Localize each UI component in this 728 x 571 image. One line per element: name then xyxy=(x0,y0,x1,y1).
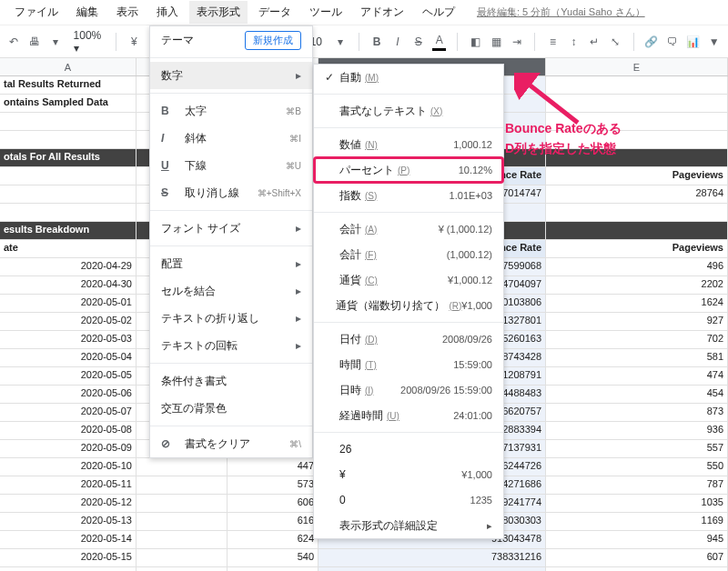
col-header-e[interactable]: E xyxy=(546,58,728,75)
print-icon[interactable]: 🖶 xyxy=(28,33,42,51)
menu-edit[interactable]: 編集 xyxy=(69,1,106,24)
strike-icon[interactable]: S xyxy=(411,33,425,51)
cell[interactable]: 787 xyxy=(546,476,728,494)
cell[interactable] xyxy=(136,549,228,566)
cell[interactable]: 2020-04-29 xyxy=(0,258,136,275)
menu-strike[interactable]: S取り消し線⌘+Shift+X xyxy=(150,179,312,206)
cell[interactable] xyxy=(546,204,728,221)
menu-font-size[interactable]: フォント サイズ▸ xyxy=(150,215,312,242)
cell[interactable]: 2020-05-11 xyxy=(0,476,136,494)
number-format-item[interactable]: 会計(A)¥ (1,000.12) xyxy=(314,216,503,242)
menu-insert[interactable]: 挿入 xyxy=(149,1,186,24)
menu-italic[interactable]: I斜体⌘I xyxy=(150,125,312,152)
cell[interactable] xyxy=(136,476,228,494)
menu-help[interactable]: ヘルプ xyxy=(415,1,462,24)
menu-align[interactable]: 配置▸ xyxy=(150,250,312,277)
menu-number[interactable]: 数字▸ xyxy=(150,62,312,89)
menu-wrap[interactable]: テキストの折り返し▸ xyxy=(150,305,312,332)
menu-theme[interactable]: テーマ 新規作成 xyxy=(150,26,312,54)
cell[interactable] xyxy=(546,76,728,94)
cell[interactable]: Pageviews xyxy=(546,167,728,185)
number-format-item[interactable]: ¥¥1,000 xyxy=(314,462,503,487)
paint-format-icon[interactable]: ▾ xyxy=(49,33,63,51)
number-format-item[interactable]: 指数(S)1.01E+03 xyxy=(314,183,503,208)
cell[interactable]: 581 xyxy=(546,349,728,366)
zoom-select[interactable]: 100% ▾ xyxy=(70,29,106,55)
merge-icon[interactable]: ⇥ xyxy=(511,33,524,51)
cell[interactable]: 2020-05-06 xyxy=(0,386,136,403)
cell[interactable]: ate xyxy=(0,240,136,257)
italic-icon[interactable]: I xyxy=(390,33,404,51)
menu-rotate[interactable]: テキストの回転▸ xyxy=(150,332,312,359)
cell[interactable]: 927 xyxy=(546,313,728,330)
cell[interactable] xyxy=(136,495,228,512)
number-format-item[interactable]: 日付(D)2008/09/26 xyxy=(314,326,503,352)
number-format-item[interactable]: 26 xyxy=(314,436,503,462)
cell[interactable] xyxy=(136,531,228,548)
menu-merge[interactable]: セルを結合▸ xyxy=(150,277,312,305)
cell[interactable]: 2202 xyxy=(546,276,728,294)
comment-icon[interactable]: 🗨 xyxy=(665,33,679,51)
cell[interactable]: 557 xyxy=(546,440,728,457)
number-format-item[interactable]: 経過時間(U)24:01:00 xyxy=(314,403,503,428)
number-format-item[interactable]: 時間(T)15:59:00 xyxy=(314,352,503,377)
cell[interactable] xyxy=(546,95,728,112)
cell[interactable]: 496 xyxy=(546,258,728,275)
number-format-item[interactable]: 日時(I)2008/09/26 15:59:00 xyxy=(314,377,503,403)
cell[interactable]: 540 xyxy=(228,549,318,566)
table-row[interactable]: 2020-05-15540738331216607 xyxy=(0,549,728,567)
table-row[interactable]: 2020-05-165000.3358633776596 xyxy=(0,567,728,571)
cell[interactable]: 1035 xyxy=(546,495,728,512)
cell[interactable]: 2020-05-15 xyxy=(0,549,136,566)
menu-tools[interactable]: ツール xyxy=(302,1,349,24)
number-format-item[interactable]: 通貨(C)¥1,000.12 xyxy=(314,267,503,293)
wrap-icon[interactable]: ↵ xyxy=(588,33,602,51)
cell[interactable]: 28764 xyxy=(546,185,728,203)
cell[interactable] xyxy=(0,113,136,130)
cell[interactable]: 2020-05-05 xyxy=(0,367,136,385)
cell[interactable] xyxy=(0,204,136,221)
rotate-icon[interactable]: ⤡ xyxy=(609,33,622,51)
number-format-item[interactable]: 会計(F)(1,000.12) xyxy=(314,242,503,267)
cell[interactable]: 2020-05-13 xyxy=(0,513,136,530)
fill-color-icon[interactable]: ◧ xyxy=(469,33,482,51)
cell[interactable]: 573 xyxy=(228,476,318,494)
cell[interactable]: 447 xyxy=(228,458,318,476)
cell[interactable] xyxy=(0,167,136,185)
cell[interactable] xyxy=(546,222,728,239)
cell[interactable]: 2020-05-04 xyxy=(0,349,136,366)
h-align-icon[interactable]: ≡ xyxy=(546,33,560,51)
cell[interactable] xyxy=(546,131,728,148)
cell[interactable] xyxy=(0,131,136,148)
cell[interactable] xyxy=(136,458,228,476)
number-format-item[interactable]: 通貨（端数切り捨て）(R)¥1,000 xyxy=(314,293,503,318)
cell[interactable]: 474 xyxy=(546,367,728,385)
link-icon[interactable]: 🔗 xyxy=(644,33,658,51)
cell[interactable]: 936 xyxy=(546,422,728,439)
currency-icon[interactable]: ¥ xyxy=(127,33,141,51)
cell[interactable]: 2020-05-01 xyxy=(0,295,136,312)
cell[interactable] xyxy=(546,149,728,166)
undo-icon[interactable]: ↶ xyxy=(7,33,21,51)
col-header-a[interactable]: A xyxy=(0,58,136,75)
cell[interactable]: 2020-05-02 xyxy=(0,313,136,330)
cell[interactable] xyxy=(136,567,228,571)
cell[interactable]: 945 xyxy=(546,531,728,548)
cell[interactable]: 873 xyxy=(546,404,728,421)
cell[interactable]: 454 xyxy=(546,386,728,403)
menu-view[interactable]: 表示 xyxy=(109,1,146,24)
cell[interactable]: 2020-05-10 xyxy=(0,458,136,476)
cell[interactable]: 702 xyxy=(546,331,728,348)
menu-conditional[interactable]: 条件付き書式 xyxy=(150,367,312,395)
cell[interactable]: 596 xyxy=(546,567,728,571)
cell[interactable]: 2020-05-03 xyxy=(0,331,136,348)
menu-underline[interactable]: U下線⌘U xyxy=(150,152,312,179)
cell[interactable]: 607 xyxy=(546,549,728,566)
cell[interactable]: ontains Sampled Data xyxy=(0,95,136,112)
cell[interactable]: 2020-04-30 xyxy=(0,276,136,294)
menu-addons[interactable]: アドオン xyxy=(353,1,411,24)
font-size-dropdown-icon[interactable]: ▾ xyxy=(334,33,348,51)
cell[interactable]: 616 xyxy=(228,513,318,530)
cell[interactable]: 500 xyxy=(228,567,318,571)
cell[interactable]: 2020-05-14 xyxy=(0,531,136,548)
